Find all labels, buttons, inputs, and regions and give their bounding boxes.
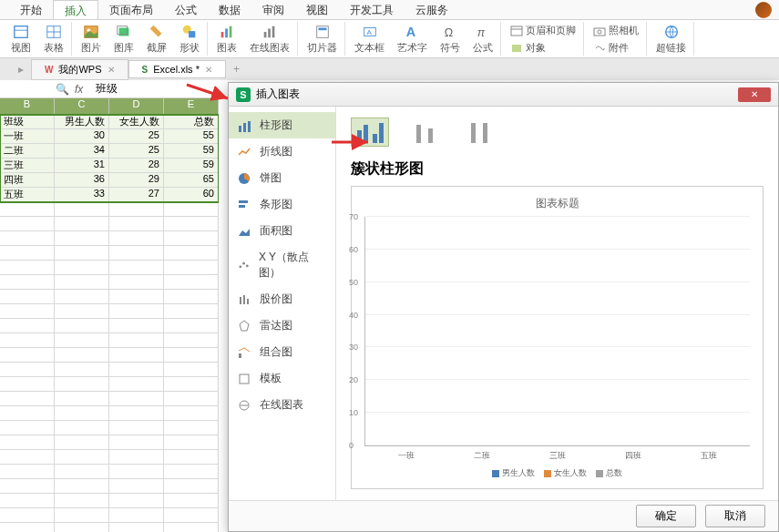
cell[interactable] xyxy=(55,290,109,304)
cell[interactable] xyxy=(109,261,164,275)
cell[interactable] xyxy=(0,392,55,406)
cell[interactable] xyxy=(164,435,219,450)
cell[interactable] xyxy=(164,494,219,508)
cell[interactable] xyxy=(109,450,164,465)
cell[interactable] xyxy=(0,261,55,275)
cell[interactable] xyxy=(0,348,55,363)
cancel-button[interactable]: 取消 xyxy=(705,505,765,527)
cell[interactable] xyxy=(109,363,164,377)
cell[interactable] xyxy=(164,261,219,275)
cell[interactable] xyxy=(55,465,109,479)
cell[interactable] xyxy=(109,392,164,406)
cell[interactable]: 65 xyxy=(164,173,219,188)
ok-button[interactable]: 确定 xyxy=(636,505,696,527)
cell[interactable] xyxy=(55,479,109,494)
cell[interactable] xyxy=(0,217,55,231)
cell[interactable]: 三班 xyxy=(0,159,55,173)
cell[interactable]: 33 xyxy=(55,188,109,202)
cell[interactable] xyxy=(0,406,55,421)
cell[interactable] xyxy=(109,290,164,304)
cell[interactable] xyxy=(109,421,164,435)
cell[interactable] xyxy=(0,421,55,435)
chart-type-item[interactable]: 在线图表 xyxy=(229,392,335,418)
cell[interactable] xyxy=(55,333,109,348)
btn-camera[interactable]: 照相机 xyxy=(589,22,642,39)
cell[interactable] xyxy=(0,435,55,450)
cell[interactable] xyxy=(109,465,164,479)
cell[interactable] xyxy=(164,377,219,392)
cell[interactable] xyxy=(55,202,109,217)
cell[interactable] xyxy=(0,319,55,333)
btn-shape[interactable]: 形状 xyxy=(176,22,203,56)
cell[interactable]: 29 xyxy=(109,173,164,188)
chart-type-item[interactable]: 股价图 xyxy=(229,286,335,312)
cell[interactable] xyxy=(0,508,55,523)
cell[interactable] xyxy=(164,450,219,465)
cell[interactable]: 31 xyxy=(55,159,109,173)
cell[interactable]: 四班 xyxy=(0,173,55,188)
cell[interactable] xyxy=(55,435,109,450)
doc-tab-wps[interactable]: W我的WPS✕ xyxy=(31,59,128,80)
dialog-titlebar[interactable]: S 插入图表 ✕ xyxy=(229,83,778,107)
cell[interactable]: 25 xyxy=(109,129,164,144)
cell[interactable]: 55 xyxy=(164,129,219,144)
cell[interactable] xyxy=(109,494,164,508)
cell[interactable] xyxy=(164,479,219,494)
cell[interactable]: 34 xyxy=(55,144,109,159)
cell[interactable] xyxy=(55,523,109,532)
cell[interactable] xyxy=(164,231,219,246)
col-header[interactable]: D xyxy=(109,98,164,115)
subtype-100stacked[interactable] xyxy=(460,118,498,147)
chart-type-item[interactable]: 饼图 xyxy=(229,165,335,191)
cell[interactable] xyxy=(164,421,219,435)
cell[interactable]: 班级 xyxy=(0,115,55,129)
cell[interactable] xyxy=(0,202,55,217)
cell[interactable] xyxy=(55,363,109,377)
btn-screenshot[interactable]: 截屏 xyxy=(143,22,170,56)
cell[interactable] xyxy=(109,231,164,246)
btn-chart[interactable]: 图表 xyxy=(213,22,241,56)
btn-formula[interactable]: π公式 xyxy=(469,22,497,56)
cell[interactable] xyxy=(164,392,219,406)
btn-table[interactable]: 表格 xyxy=(40,22,67,56)
cell[interactable]: 男生人数 xyxy=(55,115,109,129)
cell[interactable] xyxy=(109,406,164,421)
cell[interactable] xyxy=(55,261,109,275)
close-button[interactable]: ✕ xyxy=(738,87,771,102)
cell[interactable]: 总数 xyxy=(164,115,219,129)
doc-tab-excel[interactable]: SExcel.xls *✕ xyxy=(128,60,226,78)
cell[interactable] xyxy=(164,217,219,231)
tab-dev[interactable]: 开发工具 xyxy=(339,0,405,19)
btn-hyperlink[interactable]: 超链接 xyxy=(652,22,690,56)
chart-type-item[interactable]: 条形图 xyxy=(229,191,335,218)
cell[interactable] xyxy=(55,304,109,319)
tab-view[interactable]: 视图 xyxy=(295,0,339,19)
cell[interactable] xyxy=(55,377,109,392)
btn-slicer[interactable]: 切片器 xyxy=(303,22,341,56)
btn-view[interactable]: 视图 xyxy=(7,22,35,56)
cell[interactable] xyxy=(109,523,164,532)
tab-layout[interactable]: 页面布局 xyxy=(98,0,164,19)
tab-review[interactable]: 审阅 xyxy=(251,0,295,19)
close-icon[interactable]: ✕ xyxy=(205,65,212,75)
cell[interactable]: 59 xyxy=(164,159,219,173)
cell[interactable] xyxy=(109,348,164,363)
subtype-clustered[interactable] xyxy=(351,118,389,147)
cell[interactable] xyxy=(164,348,219,363)
tab-formula[interactable]: 公式 xyxy=(164,0,208,19)
user-avatar[interactable] xyxy=(755,2,772,18)
cell[interactable] xyxy=(55,494,109,508)
chart-type-item[interactable]: 面积图 xyxy=(229,218,335,244)
chart-type-item[interactable]: X Y（散点图） xyxy=(229,244,335,286)
cell[interactable]: 25 xyxy=(109,144,164,159)
tab-cloud[interactable]: 云服务 xyxy=(405,0,459,19)
cell[interactable] xyxy=(109,333,164,348)
tab-insert[interactable]: 插入 xyxy=(53,0,98,19)
cell[interactable] xyxy=(55,508,109,523)
cell[interactable] xyxy=(109,435,164,450)
cell[interactable] xyxy=(164,246,219,261)
col-header[interactable]: C xyxy=(55,98,109,115)
cell[interactable] xyxy=(55,450,109,465)
cell[interactable] xyxy=(55,348,109,363)
cell[interactable] xyxy=(0,450,55,465)
